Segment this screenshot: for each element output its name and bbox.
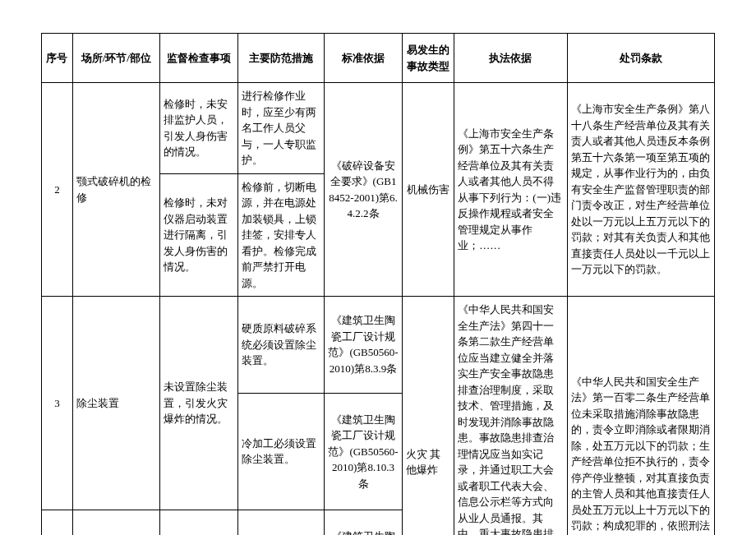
header-law: 执法依据 [454, 34, 567, 83]
table-row: 3 除尘装置 未设置除尘装置，引发火灾爆炸的情况。 硬质原料破碎系统必须设置除尘… [42, 297, 715, 394]
table-row: 2 颚式破碎机的检修 检修时，未安排监护人员，引发人身伤害的情况。 进行检修作业… [42, 83, 715, 174]
cell-measure: 硬质原料破碎系统必须设置除尘装置。 [237, 297, 325, 394]
header-standard: 标准依据 [325, 34, 403, 83]
header-seq: 序号 [42, 34, 73, 83]
cell-seq: 3 [42, 297, 73, 510]
cell-inspect: 检修时，未安排监护人员，引发人身伤害的情况。 [159, 83, 237, 174]
cell-measure: 喷雾干燥器的热风管路必须有保温措施。 [237, 510, 325, 535]
header-inspect: 监督检查事项 [159, 34, 237, 83]
regulation-table: 序号 场所/环节/部位 监督检查事项 主要防范措施 标准依据 易发生的事故类型 … [41, 33, 715, 535]
cell-law: 《中华人民共和国安全生产法》第四十一条第二款生产经营单位应当建立健全并落实生产安… [454, 297, 567, 536]
cell-measure: 进行检修作业时，应至少有两名工作人员父与，一人专职监护。 [237, 83, 325, 174]
cell-standard: 《建筑卫生陶瓷工厂设计规范》(GB50560-2010)第8.3.26条 [325, 510, 403, 535]
cell-place: 喷雾干燥器 [72, 510, 159, 535]
cell-inspect: 未设置除尘装置，引发火灾爆炸的情况。 [159, 297, 237, 510]
cell-accident: 火灾 其他爆炸 [403, 297, 454, 536]
cell-standard: 《建筑卫生陶瓷工厂设计规范》(GB50560-2010)第8.3.9条 [325, 297, 403, 394]
header-accident: 易发生的事故类型 [403, 34, 454, 83]
cell-place: 颚式破碎机的检修 [72, 83, 159, 297]
cell-inspect: 检修时，未对仪器启动装置进行隔离，引发人身伤害的情况。 [159, 173, 237, 297]
cell-standard: 《建筑卫生陶瓷工厂设计规范》(GB50560-2010)第8.10.3条 [325, 393, 403, 510]
header-measure: 主要防范措施 [237, 34, 325, 83]
cell-standard: 《破碎设备安全要求》(GB18452-2001)第6.4.2.2条 [325, 83, 403, 297]
cell-seq: 2 [42, 83, 73, 297]
cell-measure: 检修前，切断电源，并在电源处加装锁具，上锁挂签，安排专人看护。检修完成前严禁打开… [237, 173, 325, 297]
cell-accident: 机械伤害 [403, 83, 454, 297]
cell-inspect: 热风管未采取保温措施，引发人身伤害的情况。 [159, 510, 237, 535]
table-header-row: 序号 场所/环节/部位 监督检查事项 主要防范措施 标准依据 易发生的事故类型 … [42, 34, 715, 83]
cell-penalty: 《上海市安全生产条例》第八十八条生产经营单位及其有关责人或者其他人员违反本条例第… [567, 83, 714, 297]
cell-law: 《上海市安全生产条例》第五十六条生产经营单位及其有关责人或者其他人员不得从事下列… [454, 83, 567, 297]
cell-measure: 冷加工必须设置除尘装置。 [237, 393, 325, 510]
header-place: 场所/环节/部位 [72, 34, 159, 83]
cell-seq: 4 [42, 510, 73, 535]
cell-penalty: 《中华人民共和国安全生产法》第一百零二条生产经营单位未采取措施消除事故隐患的，责… [567, 297, 714, 536]
header-penalty: 处罚条款 [567, 34, 714, 83]
cell-place: 除尘装置 [72, 297, 159, 510]
